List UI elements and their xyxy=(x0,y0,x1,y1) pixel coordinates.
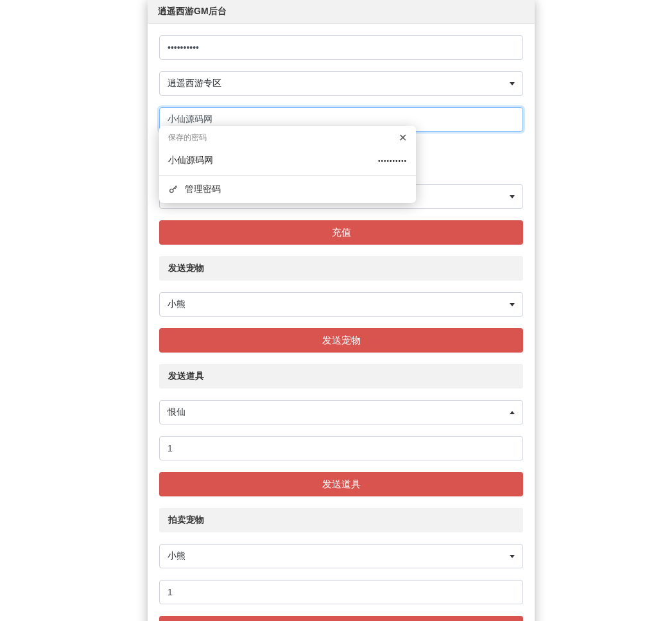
auction-pet-qty-input[interactable] xyxy=(159,580,523,604)
auction-pet-select[interactable]: 小熊 xyxy=(159,544,523,568)
saved-password-mask: •••••••••• xyxy=(378,157,407,164)
saved-password-popup: 保存的密码 ✕ 小仙源码网 •••••••••• 管理密码 xyxy=(159,126,416,203)
caret-down-icon xyxy=(510,82,515,85)
send-pet-button[interactable]: 发送宠物 xyxy=(159,328,523,353)
admin-panel: 逍遥西游GM后台 逍遥西游专区 3000元宝首充礼包 xyxy=(148,0,535,621)
close-icon[interactable]: ✕ xyxy=(399,133,407,143)
auction-pet-button[interactable]: 拍卖宠物 xyxy=(159,616,523,621)
popup-title: 保存的密码 xyxy=(168,132,207,143)
send-item-button[interactable]: 发送道具 xyxy=(159,472,523,496)
caret-down-icon xyxy=(510,303,515,306)
manage-passwords[interactable]: 管理密码 xyxy=(159,176,416,203)
caret-down-icon xyxy=(510,555,515,558)
recharge-button[interactable]: 充值 xyxy=(159,220,523,245)
auction-pet-select-value: 小熊 xyxy=(168,550,185,562)
send-pet-select[interactable]: 小熊 xyxy=(159,292,523,317)
panel-title: 逍遥西游GM后台 xyxy=(148,0,535,24)
caret-down-icon xyxy=(510,195,515,198)
section-title-send-pet: 发送宠物 xyxy=(159,256,523,281)
send-item-select-value: 恨仙 xyxy=(168,407,185,418)
send-item-select[interactable]: 恨仙 xyxy=(159,400,523,424)
send-pet-select-value: 小熊 xyxy=(168,299,185,310)
key-icon xyxy=(168,184,178,195)
section-title-auction-pet: 拍卖宠物 xyxy=(159,508,523,532)
password-input[interactable] xyxy=(159,35,523,60)
zone-select[interactable]: 逍遥西游专区 xyxy=(159,71,523,96)
caret-up-icon xyxy=(510,411,515,414)
section-title-send-item: 发送道具 xyxy=(159,364,523,389)
saved-password-user: 小仙源码网 xyxy=(168,155,213,166)
send-item-qty-input[interactable] xyxy=(159,436,523,460)
zone-select-value: 逍遥西游专区 xyxy=(168,78,221,89)
manage-passwords-label: 管理密码 xyxy=(185,184,221,195)
saved-password-entry[interactable]: 小仙源码网 •••••••••• xyxy=(159,148,416,175)
